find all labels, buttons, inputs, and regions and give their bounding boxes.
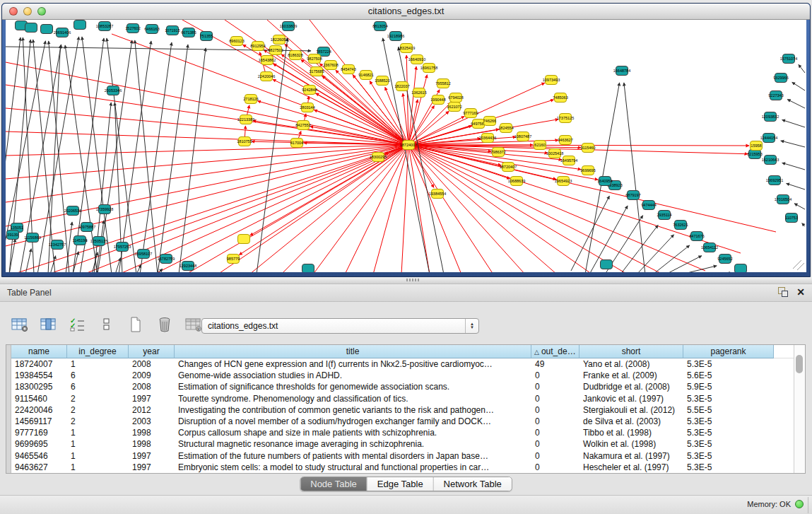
network-node[interactable]: 17375125 <box>557 114 574 123</box>
delete-columns-icon[interactable] <box>155 315 175 334</box>
column-header-year[interactable]: year <box>129 345 175 358</box>
network-node[interactable]: 9474444 <box>641 201 656 210</box>
network-node[interactable]: 6466163 <box>144 25 159 34</box>
network-node[interactable]: 20691406 <box>54 28 71 37</box>
network-node[interactable]: 1621072 <box>447 103 461 112</box>
network-node[interactable]: 17359928 <box>96 205 113 214</box>
network-node[interactable]: 8454743 <box>341 65 355 74</box>
network-node[interactable]: 9242848 <box>302 86 317 95</box>
table-row[interactable]: 946554611997Estimation of the future num… <box>11 450 794 462</box>
network-node[interactable]: 8471676 <box>689 232 704 241</box>
memory-indicator[interactable]: Memory: OK <box>747 500 804 508</box>
network-node[interactable]: 18720407 <box>500 163 517 172</box>
network-node[interactable]: 10807487 <box>514 132 531 141</box>
network-node[interactable]: 1527602 <box>125 24 140 33</box>
network-node[interactable]: 18724007 <box>400 141 417 150</box>
table-row[interactable]: 1456911722003Disruption of a novel membe… <box>11 416 794 427</box>
network-node[interactable]: 3175685 <box>309 67 324 76</box>
network-node[interactable]: 15692951 <box>766 176 783 185</box>
network-node[interactable]: 18226058 <box>271 35 288 45</box>
network-node[interactable]: 16782759 <box>158 255 175 264</box>
network-node[interactable] <box>735 264 747 273</box>
table-row[interactable]: 1872400712008Changes of HCN gene express… <box>11 358 794 370</box>
network-node[interactable]: 16033809 <box>280 22 297 31</box>
network-node[interactable]: 8912954 <box>250 42 265 51</box>
column-header-outde[interactable]: △out_de… <box>531 345 579 358</box>
table-row[interactable]: 977716911998Corpus callosum shape and si… <box>11 427 794 438</box>
network-node[interactable]: 1810755 <box>237 137 252 146</box>
network-node[interactable]: 1071915 <box>165 26 180 35</box>
network-node[interactable]: 7632621 <box>673 221 688 230</box>
network-node[interactable]: 6794028 <box>448 93 463 103</box>
table-mode-icon[interactable] <box>97 315 117 334</box>
network-node[interactable]: 10654112 <box>701 243 718 252</box>
network-node[interactable]: 16640910 <box>408 55 425 64</box>
column-header-pagerank[interactable]: pagerank <box>683 345 774 358</box>
close-panel-icon[interactable]: ✕ <box>796 287 805 297</box>
network-node[interactable]: 19654923 <box>555 177 572 186</box>
network-node[interactable]: 9463627 <box>558 136 572 145</box>
column-header-short[interactable]: short <box>579 345 683 358</box>
network-node[interactable]: 15751074 <box>780 54 797 64</box>
network-node[interactable]: 9245652 <box>717 255 732 264</box>
network-node[interactable]: 8186328 <box>288 51 302 60</box>
network-node[interactable]: 62160 <box>534 141 546 150</box>
table-settings-icon[interactable] <box>10 315 30 334</box>
column-header-title[interactable]: title <box>175 345 531 358</box>
network-node[interactable]: 9827508 <box>307 54 322 64</box>
network-node[interactable]: 18300295 <box>370 153 387 162</box>
network-node[interactable]: 110753 <box>785 214 798 223</box>
table-row[interactable]: 969969511998Structural magnetic resonanc… <box>11 438 794 450</box>
network-node[interactable] <box>601 260 613 269</box>
network-node[interactable]: 1822037 <box>394 82 409 91</box>
network-node[interactable]: 12444154 <box>760 134 777 143</box>
network-node[interactable] <box>302 264 314 273</box>
network-node[interactable]: 2718126 <box>243 95 258 104</box>
network-node[interactable]: 10975887 <box>78 223 95 232</box>
table-row[interactable]: 946362711997Embryonic stem cells: a mode… <box>11 462 794 473</box>
network-node[interactable]: 18325419 <box>398 44 415 53</box>
network-node[interactable]: 1145190 <box>72 236 87 245</box>
network-node[interactable]: 8960123 <box>229 37 244 46</box>
table-row[interactable]: 1830029562008Estimation of significance … <box>11 381 794 392</box>
network-node[interactable]: 1990448 <box>430 95 445 105</box>
network-node[interactable]: 7986372 <box>490 148 505 157</box>
network-node[interactable]: 16543862 <box>259 56 276 65</box>
new-table-icon[interactable] <box>126 315 146 334</box>
network-node[interactable]: 12342757 <box>49 240 66 250</box>
network-node[interactable]: 1640954 <box>597 177 612 186</box>
network-node[interactable]: 15958 <box>751 141 763 151</box>
network-node[interactable]: 10688639 <box>508 177 525 186</box>
network-node[interactable]: 1362615 <box>411 88 426 98</box>
tab-edge-table[interactable]: Edge Table <box>367 477 434 491</box>
table-row[interactable]: 2242004622012Investigating the contribut… <box>11 404 794 416</box>
network-node[interactable]: 17957253 <box>114 243 131 252</box>
table-row[interactable]: 911546021997Tourette syndrome. Phenomeno… <box>11 393 794 404</box>
network-node[interactable]: 16648784 <box>613 66 630 76</box>
network-node[interactable]: 19218986 <box>387 32 404 41</box>
network-node[interactable]: 985779 <box>227 255 240 264</box>
network-node[interactable]: 8813054 <box>372 22 387 31</box>
network-node[interactable]: 2803144 <box>300 103 314 112</box>
network-graph[interactable]: 2069140610853287152760264661631071915667… <box>6 20 806 272</box>
network-node[interactable]: 16210643 <box>762 156 779 165</box>
network-window-titlebar[interactable]: citations_edges.txt <box>2 4 810 20</box>
network-node[interactable]: 20053346 <box>105 86 122 95</box>
network-node[interactable]: 20364436 <box>479 134 496 143</box>
tab-node-table[interactable]: Node Table <box>300 477 367 491</box>
network-node[interactable]: 2935114 <box>657 211 671 220</box>
network-node[interactable]: 10973493 <box>543 76 560 85</box>
network-node[interactable]: 751355 <box>200 32 213 41</box>
column-header-name[interactable]: name <box>11 345 67 358</box>
network-node[interactable]: 746266 <box>483 117 496 126</box>
network-node[interactable]: 417004 <box>290 139 303 148</box>
table-scrollbar[interactable] <box>794 345 805 473</box>
network-node[interactable]: 9146821 <box>358 71 373 80</box>
network-node[interactable]: 12505135 <box>90 237 107 246</box>
table-row[interactable]: 1938455462009Genome-wide association stu… <box>11 370 794 381</box>
network-node[interactable]: 9827503 <box>268 46 283 55</box>
split-divider[interactable] <box>0 277 812 284</box>
tab-network-table[interactable]: Network Table <box>434 477 512 491</box>
network-node[interactable]: 6879197 <box>625 191 640 200</box>
network-node[interactable]: 16961758 <box>420 64 437 73</box>
